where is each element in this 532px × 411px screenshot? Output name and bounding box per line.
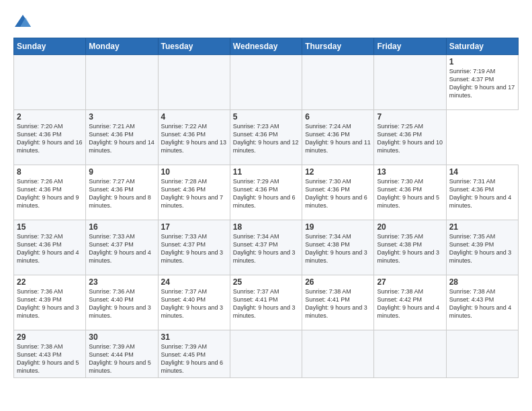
calendar-cell: 25 Sunrise: 7:37 AM Sunset: 4:41 PM Dayl… (230, 275, 302, 330)
day-info: Sunrise: 7:35 AM Sunset: 4:38 PM Dayligh… (377, 232, 443, 265)
logo (13, 12, 35, 31)
day-number: 3 (89, 112, 154, 122)
calendar-cell: 23 Sunrise: 7:36 AM Sunset: 4:40 PM Dayl… (86, 275, 158, 330)
calendar-cell: 26 Sunrise: 7:38 AM Sunset: 4:41 PM Dayl… (302, 275, 374, 330)
day-number: 30 (89, 332, 154, 342)
day-header-saturday: Saturday (446, 38, 518, 55)
calendar-cell: 9 Sunrise: 7:27 AM Sunset: 4:36 PM Dayli… (86, 165, 158, 220)
day-info: Sunrise: 7:25 AM Sunset: 4:36 PM Dayligh… (377, 122, 443, 155)
logo-icon (13, 12, 32, 31)
day-number: 28 (449, 277, 515, 287)
calendar-cell (302, 330, 374, 378)
calendar-cell: 22 Sunrise: 7:36 AM Sunset: 4:39 PM Dayl… (14, 275, 86, 330)
calendar-cell: 6 Sunrise: 7:24 AM Sunset: 4:36 PM Dayli… (302, 110, 374, 165)
calendar-cell: 14 Sunrise: 7:31 AM Sunset: 4:36 PM Dayl… (446, 165, 518, 220)
day-number: 26 (305, 277, 371, 287)
calendar-cell: 13 Sunrise: 7:30 AM Sunset: 4:36 PM Dayl… (374, 165, 446, 220)
calendar-week-row: 15 Sunrise: 7:32 AM Sunset: 4:36 PM Dayl… (14, 220, 519, 275)
day-info: Sunrise: 7:34 AM Sunset: 4:37 PM Dayligh… (233, 232, 299, 265)
calendar-cell: 30 Sunrise: 7:39 AM Sunset: 4:44 PM Dayl… (86, 330, 158, 378)
day-info: Sunrise: 7:34 AM Sunset: 4:38 PM Dayligh… (305, 232, 371, 265)
calendar-cell (302, 55, 374, 110)
day-info: Sunrise: 7:36 AM Sunset: 4:40 PM Dayligh… (89, 287, 154, 320)
calendar-week-row: 2 Sunrise: 7:20 AM Sunset: 4:36 PM Dayli… (14, 110, 519, 165)
day-number: 27 (377, 277, 443, 287)
calendar-cell (158, 55, 230, 110)
day-info: Sunrise: 7:21 AM Sunset: 4:36 PM Dayligh… (89, 122, 154, 155)
day-info: Sunrise: 7:24 AM Sunset: 4:36 PM Dayligh… (305, 122, 371, 155)
calendar-cell (374, 55, 446, 110)
day-number: 13 (377, 167, 443, 177)
day-info: Sunrise: 7:23 AM Sunset: 4:36 PM Dayligh… (233, 122, 299, 155)
day-info: Sunrise: 7:28 AM Sunset: 4:36 PM Dayligh… (161, 177, 227, 210)
day-info: Sunrise: 7:26 AM Sunset: 4:36 PM Dayligh… (17, 177, 83, 210)
day-info: Sunrise: 7:30 AM Sunset: 4:36 PM Dayligh… (377, 177, 443, 210)
day-number: 23 (89, 277, 154, 287)
day-number: 29 (17, 332, 83, 342)
calendar-cell: 7 Sunrise: 7:25 AM Sunset: 4:36 PM Dayli… (374, 110, 446, 165)
calendar-table: SundayMondayTuesdayWednesdayThursdayFrid… (13, 38, 519, 378)
calendar-cell (14, 55, 86, 110)
calendar-cell: 5 Sunrise: 7:23 AM Sunset: 4:36 PM Dayli… (230, 110, 302, 165)
day-header-thursday: Thursday (302, 38, 374, 55)
day-number: 25 (233, 277, 299, 287)
day-header-monday: Monday (86, 38, 158, 55)
day-info: Sunrise: 7:39 AM Sunset: 4:44 PM Dayligh… (89, 342, 154, 375)
day-info: Sunrise: 7:39 AM Sunset: 4:45 PM Dayligh… (161, 342, 227, 375)
calendar-cell: 31 Sunrise: 7:39 AM Sunset: 4:45 PM Dayl… (158, 330, 230, 378)
day-number: 17 (161, 222, 227, 232)
calendar-week-row: 22 Sunrise: 7:36 AM Sunset: 4:39 PM Dayl… (14, 275, 519, 330)
day-number: 22 (17, 277, 83, 287)
day-number: 6 (305, 112, 371, 122)
day-number: 20 (377, 222, 443, 232)
day-info: Sunrise: 7:19 AM Sunset: 4:37 PM Dayligh… (449, 67, 515, 100)
day-number: 14 (449, 167, 515, 177)
calendar-cell (374, 330, 446, 378)
day-info: Sunrise: 7:35 AM Sunset: 4:39 PM Dayligh… (449, 232, 515, 265)
day-header-tuesday: Tuesday (158, 38, 230, 55)
day-info: Sunrise: 7:38 AM Sunset: 4:42 PM Dayligh… (377, 287, 443, 320)
calendar-cell: 2 Sunrise: 7:20 AM Sunset: 4:36 PM Dayli… (14, 110, 86, 165)
calendar-cell (446, 330, 518, 378)
calendar-cell: 29 Sunrise: 7:38 AM Sunset: 4:43 PM Dayl… (14, 330, 86, 378)
header (13, 12, 519, 31)
calendar-cell (230, 330, 302, 378)
day-number: 12 (305, 167, 371, 177)
day-number: 19 (305, 222, 371, 232)
day-info: Sunrise: 7:32 AM Sunset: 4:36 PM Dayligh… (17, 232, 83, 265)
day-info: Sunrise: 7:29 AM Sunset: 4:36 PM Dayligh… (233, 177, 299, 210)
day-header-friday: Friday (374, 38, 446, 55)
calendar-cell: 27 Sunrise: 7:38 AM Sunset: 4:42 PM Dayl… (374, 275, 446, 330)
day-number: 21 (449, 222, 515, 232)
calendar-cell: 21 Sunrise: 7:35 AM Sunset: 4:39 PM Dayl… (446, 220, 518, 275)
day-info: Sunrise: 7:30 AM Sunset: 4:36 PM Dayligh… (305, 177, 371, 210)
calendar-page: SundayMondayTuesdayWednesdayThursdayFrid… (0, 0, 532, 411)
calendar-cell: 15 Sunrise: 7:32 AM Sunset: 4:36 PM Dayl… (14, 220, 86, 275)
day-number: 11 (233, 167, 299, 177)
day-header-sunday: Sunday (14, 38, 86, 55)
calendar-week-row: 29 Sunrise: 7:38 AM Sunset: 4:43 PM Dayl… (14, 330, 519, 378)
day-number: 24 (161, 277, 227, 287)
calendar-week-row: 8 Sunrise: 7:26 AM Sunset: 4:36 PM Dayli… (14, 165, 519, 220)
day-number: 8 (17, 167, 83, 177)
day-info: Sunrise: 7:27 AM Sunset: 4:36 PM Dayligh… (89, 177, 154, 210)
day-info: Sunrise: 7:20 AM Sunset: 4:36 PM Dayligh… (17, 122, 83, 155)
day-info: Sunrise: 7:38 AM Sunset: 4:43 PM Dayligh… (449, 287, 515, 320)
day-number: 7 (377, 112, 443, 122)
day-info: Sunrise: 7:33 AM Sunset: 4:37 PM Dayligh… (89, 232, 154, 265)
day-number: 5 (233, 112, 299, 122)
calendar-cell: 1 Sunrise: 7:19 AM Sunset: 4:37 PM Dayli… (446, 55, 518, 110)
day-number: 10 (161, 167, 227, 177)
day-info: Sunrise: 7:33 AM Sunset: 4:37 PM Dayligh… (161, 232, 227, 265)
day-info: Sunrise: 7:31 AM Sunset: 4:36 PM Dayligh… (449, 177, 515, 210)
day-header-wednesday: Wednesday (230, 38, 302, 55)
calendar-cell: 8 Sunrise: 7:26 AM Sunset: 4:36 PM Dayli… (14, 165, 86, 220)
calendar-cell: 11 Sunrise: 7:29 AM Sunset: 4:36 PM Dayl… (230, 165, 302, 220)
calendar-cell: 4 Sunrise: 7:22 AM Sunset: 4:36 PM Dayli… (158, 110, 230, 165)
day-info: Sunrise: 7:36 AM Sunset: 4:39 PM Dayligh… (17, 287, 83, 320)
day-number: 4 (161, 112, 227, 122)
calendar-cell: 16 Sunrise: 7:33 AM Sunset: 4:37 PM Dayl… (86, 220, 158, 275)
day-number: 15 (17, 222, 83, 232)
calendar-cell: 24 Sunrise: 7:37 AM Sunset: 4:40 PM Dayl… (158, 275, 230, 330)
calendar-cell: 10 Sunrise: 7:28 AM Sunset: 4:36 PM Dayl… (158, 165, 230, 220)
